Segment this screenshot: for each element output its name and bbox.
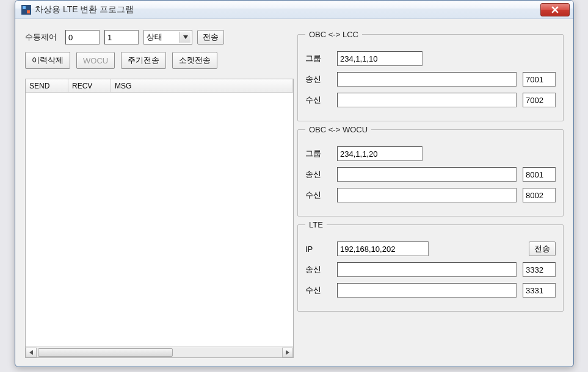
lcc-recv-label: 수신	[305, 95, 331, 106]
lcc-group-label: 그룹	[305, 53, 331, 64]
lte-recv-label: 수신	[305, 285, 331, 296]
wocu-button[interactable]: WOCU	[76, 52, 115, 69]
lcc-recv-input[interactable]	[337, 93, 517, 107]
send-button[interactable]: 전송	[197, 30, 224, 45]
close-icon	[551, 6, 559, 13]
history-delete-button[interactable]: 이력삭제	[25, 52, 70, 69]
lcc-send-port[interactable]	[523, 72, 556, 87]
close-button[interactable]	[540, 3, 570, 16]
lte-legend: LTE	[305, 220, 327, 229]
app-icon	[21, 5, 31, 15]
obc-lcc-group: OBC <-> LCC 그룹 송신 수신	[297, 30, 564, 121]
window-title: 차상용 LTE 변환 프로그램	[35, 4, 540, 15]
lte-send-input[interactable]	[337, 262, 517, 277]
periodic-send-button[interactable]: 주기전송	[121, 52, 166, 69]
lcc-send-input[interactable]	[337, 72, 517, 87]
wocu-group-input[interactable]	[337, 146, 423, 161]
titlebar: 차상용 LTE 변환 프로그램	[15, 1, 573, 19]
obc-wocu-group: OBC <-> WOCU 그룹 송신 수신	[297, 125, 564, 216]
lte-ip-input[interactable]	[337, 241, 429, 256]
lte-recv-input[interactable]	[337, 283, 517, 298]
lcc-group-input[interactable]	[337, 51, 423, 66]
log-table: SEND RECV MSG	[25, 79, 294, 358]
manual-row: 수동제어 상태 전송	[25, 30, 294, 45]
scroll-thumb[interactable]	[38, 348, 173, 357]
col-msg[interactable]: MSG	[111, 79, 293, 92]
status-combo-value: 상태	[147, 32, 162, 43]
socket-send-button[interactable]: 소켓전송	[172, 52, 217, 69]
status-combo[interactable]: 상태	[143, 30, 192, 45]
lte-send-button[interactable]: 전송	[529, 241, 556, 256]
lte-group: LTE IP 전송 송신 수신	[297, 220, 564, 312]
manual-label: 수동제어	[25, 32, 60, 43]
right-pane: OBC <-> LCC 그룹 송신 수신 OBC <-> WOCU	[297, 30, 564, 358]
scroll-track[interactable]	[37, 348, 282, 357]
manual-input-a[interactable]	[65, 30, 100, 45]
wocu-recv-input[interactable]	[337, 188, 517, 202]
table-body[interactable]	[26, 93, 293, 346]
wocu-send-input[interactable]	[337, 167, 517, 182]
action-row: 이력삭제 WOCU 주기전송 소켓전송	[25, 52, 294, 69]
lcc-send-label: 송신	[305, 74, 331, 85]
wocu-group-label: 그룹	[305, 148, 331, 159]
wocu-send-label: 송신	[305, 169, 331, 180]
wocu-recv-label: 수신	[305, 190, 331, 201]
wocu-recv-port[interactable]	[523, 188, 556, 202]
left-pane: 수동제어 상태 전송 이력삭제 WOCU 주기전송 소켓전송	[25, 30, 294, 358]
lte-ip-label: IP	[305, 245, 331, 254]
col-send[interactable]: SEND	[26, 79, 68, 92]
col-recv[interactable]: RECV	[68, 79, 111, 92]
horizontal-scrollbar[interactable]	[26, 346, 293, 357]
lte-send-port[interactable]	[523, 262, 556, 277]
table-header: SEND RECV MSG	[26, 79, 293, 93]
scroll-right-icon[interactable]	[282, 348, 293, 357]
scroll-left-icon[interactable]	[26, 348, 37, 357]
lte-send-label: 송신	[305, 264, 331, 275]
lcc-recv-port[interactable]	[523, 93, 556, 107]
chevron-down-icon	[180, 32, 191, 43]
manual-input-b[interactable]	[104, 30, 139, 45]
lte-recv-port[interactable]	[523, 283, 556, 298]
obc-lcc-legend: OBC <-> LCC	[305, 30, 362, 39]
obc-wocu-legend: OBC <-> WOCU	[305, 125, 371, 134]
app-window: 차상용 LTE 변환 프로그램 수동제어 상태 전송	[15, 0, 574, 367]
client-area: 수동제어 상태 전송 이력삭제 WOCU 주기전송 소켓전송	[15, 19, 573, 367]
wocu-send-port[interactable]	[523, 167, 556, 182]
